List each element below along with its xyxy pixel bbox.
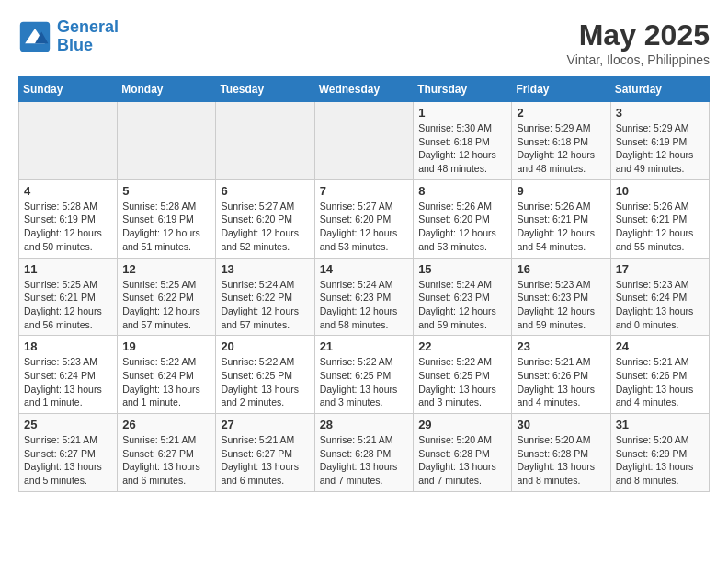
day-number: 24 [616, 339, 704, 353]
day-header-thursday: Thursday [414, 77, 512, 102]
calendar-cell: 9Sunrise: 5:26 AM Sunset: 6:21 PM Daylig… [512, 179, 610, 258]
day-info: Sunrise: 5:28 AM Sunset: 6:19 PM Dayligh… [24, 200, 112, 254]
calendar-cell: 13Sunrise: 5:24 AM Sunset: 6:22 PM Dayli… [216, 258, 314, 336]
calendar-cell: 2Sunrise: 5:29 AM Sunset: 6:18 PM Daylig… [512, 102, 610, 180]
week-row-2: 4Sunrise: 5:28 AM Sunset: 6:19 PM Daylig… [19, 179, 710, 258]
day-info: Sunrise: 5:21 AM Sunset: 6:26 PM Dayligh… [616, 355, 704, 409]
calendar-cell: 21Sunrise: 5:22 AM Sunset: 6:25 PM Dayli… [314, 336, 414, 414]
day-info: Sunrise: 5:27 AM Sunset: 6:20 PM Dayligh… [221, 200, 309, 254]
month-title: May 2025 [567, 18, 710, 52]
calendar-cell: 17Sunrise: 5:23 AM Sunset: 6:24 PM Dayli… [610, 258, 709, 336]
title-block: May 2025 Vintar, Ilocos, Philippines [567, 18, 710, 67]
day-number: 23 [517, 339, 605, 353]
calendar-cell [19, 102, 118, 180]
calendar-cell: 10Sunrise: 5:26 AM Sunset: 6:21 PM Dayli… [610, 179, 709, 258]
calendar-cell: 25Sunrise: 5:21 AM Sunset: 6:27 PM Dayli… [19, 414, 118, 492]
calendar-cell: 24Sunrise: 5:21 AM Sunset: 6:26 PM Dayli… [610, 336, 709, 414]
week-row-1: 1Sunrise: 5:30 AM Sunset: 6:18 PM Daylig… [19, 102, 710, 180]
logo-line1: General [57, 17, 119, 36]
day-info: Sunrise: 5:25 AM Sunset: 6:21 PM Dayligh… [24, 278, 112, 332]
day-number: 11 [24, 262, 112, 276]
day-info: Sunrise: 5:27 AM Sunset: 6:20 PM Dayligh… [320, 200, 409, 254]
logo: General Blue [18, 18, 119, 55]
calendar-cell: 20Sunrise: 5:22 AM Sunset: 6:25 PM Dayli… [216, 336, 314, 414]
day-number: 3 [616, 106, 704, 120]
calendar-body: 1Sunrise: 5:30 AM Sunset: 6:18 PM Daylig… [19, 102, 710, 492]
calendar-cell: 28Sunrise: 5:21 AM Sunset: 6:28 PM Dayli… [314, 414, 414, 492]
day-info: Sunrise: 5:23 AM Sunset: 6:23 PM Dayligh… [517, 278, 605, 332]
day-info: Sunrise: 5:28 AM Sunset: 6:19 PM Dayligh… [122, 200, 210, 254]
calendar-cell: 18Sunrise: 5:23 AM Sunset: 6:24 PM Dayli… [19, 336, 118, 414]
logo-line2: Blue [57, 36, 93, 54]
day-number: 5 [122, 184, 210, 198]
day-number: 31 [616, 418, 704, 431]
day-info: Sunrise: 5:29 AM Sunset: 6:19 PM Dayligh… [616, 121, 704, 176]
day-info: Sunrise: 5:21 AM Sunset: 6:26 PM Dayligh… [517, 355, 605, 409]
day-number: 28 [320, 418, 409, 431]
day-number: 1 [418, 106, 506, 120]
calendar-cell: 12Sunrise: 5:25 AM Sunset: 6:22 PM Dayli… [118, 258, 216, 336]
calendar-cell: 4Sunrise: 5:28 AM Sunset: 6:19 PM Daylig… [19, 179, 118, 258]
day-number: 4 [24, 184, 112, 198]
calendar-cell [118, 102, 216, 180]
day-number: 2 [517, 106, 605, 120]
day-number: 30 [517, 418, 605, 431]
week-row-5: 25Sunrise: 5:21 AM Sunset: 6:27 PM Dayli… [19, 414, 710, 492]
calendar-cell [216, 102, 314, 180]
calendar-cell: 19Sunrise: 5:22 AM Sunset: 6:24 PM Dayli… [118, 336, 216, 414]
day-number: 15 [418, 262, 506, 276]
day-info: Sunrise: 5:24 AM Sunset: 6:23 PM Dayligh… [320, 278, 409, 332]
calendar-cell: 30Sunrise: 5:20 AM Sunset: 6:28 PM Dayli… [512, 414, 610, 492]
header-row: SundayMondayTuesdayWednesdayThursdayFrid… [19, 77, 710, 102]
day-number: 20 [221, 339, 309, 353]
day-header-monday: Monday [118, 77, 216, 102]
day-info: Sunrise: 5:26 AM Sunset: 6:21 PM Dayligh… [616, 200, 704, 254]
calendar-cell: 27Sunrise: 5:21 AM Sunset: 6:27 PM Dayli… [216, 414, 314, 492]
calendar-cell: 31Sunrise: 5:20 AM Sunset: 6:29 PM Dayli… [610, 414, 709, 492]
calendar-cell: 6Sunrise: 5:27 AM Sunset: 6:20 PM Daylig… [216, 179, 314, 258]
logo-icon [18, 20, 51, 53]
day-info: Sunrise: 5:29 AM Sunset: 6:18 PM Dayligh… [517, 121, 605, 176]
day-info: Sunrise: 5:26 AM Sunset: 6:20 PM Dayligh… [418, 200, 506, 254]
day-number: 22 [418, 339, 506, 353]
day-info: Sunrise: 5:21 AM Sunset: 6:28 PM Dayligh… [320, 433, 409, 488]
day-info: Sunrise: 5:24 AM Sunset: 6:23 PM Dayligh… [418, 278, 506, 332]
day-info: Sunrise: 5:21 AM Sunset: 6:27 PM Dayligh… [24, 433, 112, 488]
calendar: SundayMondayTuesdayWednesdayThursdayFrid… [18, 76, 710, 492]
day-number: 26 [122, 418, 210, 431]
calendar-header: SundayMondayTuesdayWednesdayThursdayFrid… [19, 77, 710, 102]
day-info: Sunrise: 5:25 AM Sunset: 6:22 PM Dayligh… [122, 278, 210, 332]
day-number: 9 [517, 184, 605, 198]
calendar-cell: 8Sunrise: 5:26 AM Sunset: 6:20 PM Daylig… [414, 179, 512, 258]
day-info: Sunrise: 5:26 AM Sunset: 6:21 PM Dayligh… [517, 200, 605, 254]
calendar-cell: 11Sunrise: 5:25 AM Sunset: 6:21 PM Dayli… [19, 258, 118, 336]
day-header-friday: Friday [512, 77, 610, 102]
day-header-wednesday: Wednesday [314, 77, 414, 102]
day-info: Sunrise: 5:23 AM Sunset: 6:24 PM Dayligh… [24, 355, 112, 409]
day-number: 10 [616, 184, 704, 198]
day-info: Sunrise: 5:20 AM Sunset: 6:29 PM Dayligh… [616, 433, 704, 488]
day-info: Sunrise: 5:22 AM Sunset: 6:25 PM Dayligh… [418, 355, 506, 409]
calendar-cell: 3Sunrise: 5:29 AM Sunset: 6:19 PM Daylig… [610, 102, 709, 180]
page-header: General Blue May 2025 Vintar, Ilocos, Ph… [18, 18, 710, 67]
day-info: Sunrise: 5:30 AM Sunset: 6:18 PM Dayligh… [418, 121, 506, 176]
day-number: 21 [320, 339, 409, 353]
calendar-cell: 15Sunrise: 5:24 AM Sunset: 6:23 PM Dayli… [414, 258, 512, 336]
day-number: 16 [517, 262, 605, 276]
day-number: 19 [122, 339, 210, 353]
day-info: Sunrise: 5:20 AM Sunset: 6:28 PM Dayligh… [517, 433, 605, 488]
day-number: 8 [418, 184, 506, 198]
calendar-cell: 26Sunrise: 5:21 AM Sunset: 6:27 PM Dayli… [118, 414, 216, 492]
calendar-cell: 22Sunrise: 5:22 AM Sunset: 6:25 PM Dayli… [414, 336, 512, 414]
calendar-cell: 16Sunrise: 5:23 AM Sunset: 6:23 PM Dayli… [512, 258, 610, 336]
day-info: Sunrise: 5:21 AM Sunset: 6:27 PM Dayligh… [122, 433, 210, 488]
calendar-cell: 23Sunrise: 5:21 AM Sunset: 6:26 PM Dayli… [512, 336, 610, 414]
day-info: Sunrise: 5:24 AM Sunset: 6:22 PM Dayligh… [221, 278, 309, 332]
day-number: 27 [221, 418, 309, 431]
day-info: Sunrise: 5:21 AM Sunset: 6:27 PM Dayligh… [221, 433, 309, 488]
day-info: Sunrise: 5:22 AM Sunset: 6:25 PM Dayligh… [221, 355, 309, 409]
week-row-3: 11Sunrise: 5:25 AM Sunset: 6:21 PM Dayli… [19, 258, 710, 336]
day-header-saturday: Saturday [610, 77, 709, 102]
day-number: 7 [320, 184, 409, 198]
day-number: 25 [24, 418, 112, 431]
